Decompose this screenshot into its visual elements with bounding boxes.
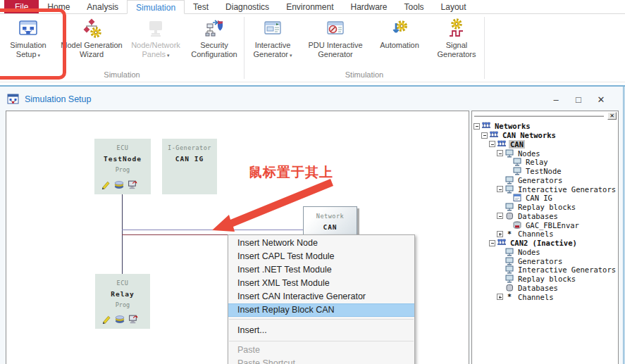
automation-icon — [389, 18, 410, 39]
tree-item-generators[interactable]: Generators — [497, 176, 618, 185]
app-window: FileHomeAnalysisSimulationTestDiagnostic… — [0, 0, 625, 364]
ecu-block-relay[interactable]: ECU Relay Prog — [95, 274, 150, 329]
tree-item-can2-inactive[interactable]: CAN2 (Inactive) — [489, 239, 618, 248]
edit-pencil-icon[interactable] — [101, 180, 111, 189]
expand-icon[interactable] — [497, 294, 503, 300]
tree-item-databases[interactable]: Databases — [497, 284, 618, 293]
menu-item-insert[interactable]: Insert... — [228, 322, 414, 339]
ribbon: SimulationSetup▾Model GenerationWizardNo… — [0, 14, 625, 82]
ribbon-button-label: Simulation — [10, 41, 46, 50]
ecu-block-testnode[interactable]: ECU TestNode Prog — [94, 139, 151, 194]
ribbon-group-label: Stimulation — [245, 70, 484, 82]
edit-pencil-icon[interactable] — [101, 314, 111, 324]
block-name: TestNode — [94, 155, 151, 163]
menu-item-insert-network-node[interactable]: Insert Network Node — [228, 237, 414, 250]
ribbon-group-label: Simulation — [0, 70, 244, 82]
tree-panel-close-button[interactable]: ✕ — [607, 112, 617, 120]
pdu-interactive-generator-icon — [325, 18, 346, 39]
expand-icon[interactable] — [497, 231, 503, 237]
tree-item-replay-blocks[interactable]: Replay blocks — [497, 203, 618, 212]
can-bus-line-high[interactable] — [122, 230, 311, 230]
collapse-icon[interactable] — [489, 141, 495, 147]
tree-item-generators[interactable]: Generators — [497, 256, 618, 265]
code-stack-icon[interactable] — [114, 180, 124, 189]
dropdown-arrow-icon: ▾ — [38, 53, 41, 58]
tree-item-nodes[interactable]: Nodes — [497, 248, 618, 257]
menu-item-insert-xml-test-module[interactable]: Insert XML Test Module — [228, 277, 414, 290]
tree-item-label: Nodes — [516, 248, 542, 256]
tree-item-label: Databases — [516, 284, 559, 292]
node-icon — [505, 248, 514, 256]
model-generation-wizard-button[interactable]: Model GenerationWizard — [56, 16, 127, 70]
tree-item-testnode[interactable]: TestNode — [505, 167, 618, 176]
tree-item-label: GAC_FBLEnvar — [524, 221, 581, 230]
channel-icon: * — [505, 230, 514, 238]
tree-item-channels[interactable]: *Channels — [497, 230, 618, 239]
tree-item-relay[interactable]: Relay — [505, 158, 618, 167]
tree-item-can[interactable]: CAN — [489, 140, 618, 149]
tab-diagnostics[interactable]: Diagnostics — [217, 0, 278, 13]
simulation-setup-button[interactable]: SimulationSetup▾ — [0, 16, 56, 70]
tree-item-label: Databases — [516, 212, 559, 220]
menu-item-insert-replay-block-can[interactable]: Insert Replay Block CAN — [228, 303, 414, 317]
signal-generators-button[interactable]: SignalGenerators — [429, 16, 484, 70]
interactive-generator-block[interactable]: I-Generator CAN IG — [162, 139, 217, 194]
tree-item-networks[interactable]: Networks — [474, 122, 618, 131]
close-button[interactable]: ✕ — [590, 91, 612, 108]
maximize-button[interactable]: □ — [567, 91, 590, 108]
minimize-button[interactable]: – — [545, 91, 567, 108]
tab-environment[interactable]: Environment — [278, 0, 342, 13]
collapse-icon[interactable] — [497, 213, 503, 219]
security-configuration-button[interactable]: SecurityConfiguration — [185, 16, 244, 70]
tree-item-nodes[interactable]: Nodes — [497, 149, 618, 158]
tree-panel-grip[interactable] — [474, 115, 604, 117]
tree-item-channels[interactable]: *Channels — [497, 292, 618, 301]
node-icon — [505, 176, 514, 184]
tree-item-interactive-generators[interactable]: Interactive Generators — [497, 265, 618, 275]
block-type-label: Network — [304, 213, 357, 220]
tree-item-interactive-generators[interactable]: Interactive Generators — [497, 184, 618, 194]
collapse-icon[interactable] — [497, 150, 503, 156]
tab-simulation[interactable]: Simulation — [127, 0, 185, 14]
menu-item-insert-net-test-module[interactable]: Insert .NET Test Module — [228, 263, 414, 277]
block-program-label: Prog — [95, 301, 150, 308]
tab-file[interactable]: File — [4, 0, 39, 13]
tab-tools[interactable]: Tools — [396, 0, 433, 13]
node-network-panels-button: Node/NetworkPanels▾ — [127, 16, 185, 70]
simulation-setup-window-icon — [7, 94, 19, 104]
window-title-bar: Simulation Setup – □ ✕ — [0, 88, 625, 110]
collapse-icon[interactable] — [497, 186, 503, 192]
window-icon — [512, 194, 522, 202]
tab-home[interactable]: Home — [39, 0, 78, 13]
collapse-icon[interactable] — [481, 132, 488, 139]
security-configuration-icon — [204, 18, 225, 39]
automation-button[interactable]: Automation — [370, 16, 429, 70]
interactive-generator-button[interactable]: InteractiveGenerator▾ — [245, 16, 301, 70]
tab-hardware[interactable]: Hardware — [342, 0, 396, 13]
node-config-icon[interactable] — [128, 314, 138, 324]
node-config-icon[interactable] — [128, 180, 137, 189]
tab-layout[interactable]: Layout — [433, 0, 475, 13]
pdu-interactive-generator-button[interactable]: PDU InteractiveGenerator — [301, 16, 370, 70]
tab-analysis[interactable]: Analysis — [78, 0, 127, 13]
menu-item-insert-can-interactive-generator[interactable]: Insert CAN Interactive Generator — [228, 290, 414, 303]
tree-item-databases[interactable]: Databases — [497, 212, 618, 221]
tab-test[interactable]: Test — [185, 0, 217, 13]
collapse-icon[interactable] — [474, 123, 480, 130]
ribbon-button-label: PDU Interactive — [308, 41, 362, 50]
tree-item-can-networks[interactable]: CAN Networks — [481, 131, 618, 140]
collapse-icon[interactable] — [489, 240, 495, 246]
node-network-panels-icon — [145, 18, 166, 39]
signal-generators-icon — [446, 18, 467, 39]
tree-item-label: CAN Networks — [501, 131, 557, 139]
network-icon — [481, 122, 491, 130]
code-stack-icon[interactable] — [115, 314, 125, 324]
menu-item-insert-capl-test-module[interactable]: Insert CAPL Test Module — [228, 250, 414, 263]
tree-item-can-ig[interactable]: CAN IG — [505, 194, 618, 203]
tree-item-replay-blocks[interactable]: Replay blocks — [497, 275, 618, 284]
database-icon — [505, 284, 514, 292]
ribbon-button-label: Panels▾ — [142, 50, 169, 61]
tree-item-gac-fblenvar[interactable]: GAC_FBLEnvar — [505, 220, 618, 230]
tree-item-label: CAN IG — [524, 194, 554, 202]
context-menu: Insert Network NodeInsert CAPL Test Modu… — [228, 234, 415, 364]
